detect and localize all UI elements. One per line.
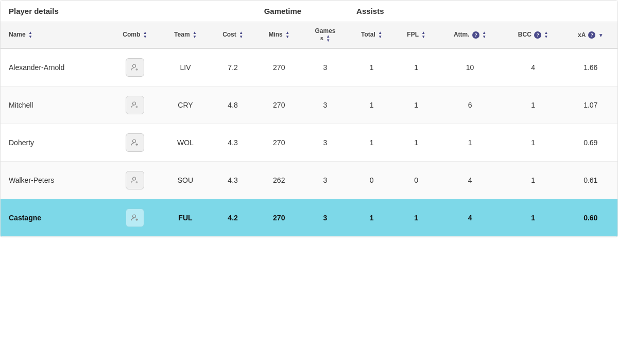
cell-fpl: 1 xyxy=(395,86,437,124)
col-fpl[interactable]: FPL ▲ ▼ xyxy=(395,22,437,49)
cell-bcc: 1 xyxy=(503,86,564,124)
table-row: Castagne FUL4.2270311410.60 xyxy=(1,199,617,237)
mins-sort-icon[interactable]: ▲ ▼ xyxy=(285,31,289,39)
cell-comb xyxy=(109,162,161,199)
svg-point-3 xyxy=(132,102,135,105)
col-mins[interactable]: Mins ▲ ▼ xyxy=(256,22,302,49)
cell-name: Walker-Peters xyxy=(1,162,109,199)
add-player-button[interactable] xyxy=(126,209,144,227)
cell-games: 3 xyxy=(302,124,348,162)
col-games[interactable]: Games s ▲ ▼ xyxy=(302,22,348,49)
add-player-button[interactable] xyxy=(126,58,144,77)
cell-comb xyxy=(109,86,161,124)
cell-total: 0 xyxy=(348,162,395,199)
cell-team: SOU xyxy=(161,162,210,199)
cell-team: LIV xyxy=(161,48,210,86)
cell-attm: 10 xyxy=(437,48,502,86)
bcc-sort-icon[interactable]: ▲ ▼ xyxy=(544,31,548,39)
cell-attm: 4 xyxy=(437,162,502,199)
add-player-button[interactable] xyxy=(126,133,144,152)
cell-attm: 4 xyxy=(437,199,502,237)
name-sort-icon[interactable]: ▲ ▼ xyxy=(28,31,32,39)
group-header-row: Player details Gametime Assists xyxy=(1,1,617,22)
column-headers-row: Name ▲ ▼ Comb ▲ ▼ Team ▲ xyxy=(1,22,617,49)
cell-cost: 4.2 xyxy=(210,199,256,237)
cell-mins: 270 xyxy=(256,124,302,162)
main-table-container: Player details Gametime Assists Name ▲ ▼… xyxy=(0,0,618,237)
cell-name: Doherty xyxy=(1,124,109,162)
bcc-info-icon[interactable]: ? xyxy=(534,31,541,39)
games-sort-icon[interactable]: ▲ ▼ xyxy=(326,34,330,43)
cell-name: Mitchell xyxy=(1,86,109,124)
cell-xa: 1.07 xyxy=(564,86,617,124)
cell-team: WOL xyxy=(161,124,210,162)
cell-mins: 270 xyxy=(256,48,302,86)
cell-bcc: 4 xyxy=(503,48,564,86)
assists-header: Assists xyxy=(348,1,437,22)
attm-info-icon[interactable]: ? xyxy=(472,31,479,39)
cell-games: 3 xyxy=(302,162,348,199)
team-sort-icon[interactable]: ▲ ▼ xyxy=(193,31,197,39)
xa-info-icon[interactable]: ? xyxy=(588,31,595,39)
col-total[interactable]: Total ▲ ▼ xyxy=(348,22,395,49)
cell-cost: 4.3 xyxy=(210,124,256,162)
cell-xa: 1.66 xyxy=(564,48,617,86)
cell-xa: 0.60 xyxy=(564,199,617,237)
cell-xa: 0.69 xyxy=(564,124,617,162)
col-name[interactable]: Name ▲ ▼ xyxy=(1,22,109,49)
cell-total: 1 xyxy=(348,124,395,162)
svg-point-12 xyxy=(132,215,135,218)
player-details-header: Player details xyxy=(1,1,256,22)
cell-mins: 270 xyxy=(256,86,302,124)
cell-cost: 4.8 xyxy=(210,86,256,124)
col-bcc[interactable]: BCC ? ▲ ▼ xyxy=(503,22,564,49)
cell-bcc: 1 xyxy=(503,124,564,162)
cell-bcc: 1 xyxy=(503,162,564,199)
col-team[interactable]: Team ▲ ▼ xyxy=(161,22,210,49)
cell-comb xyxy=(109,48,161,86)
cell-games: 3 xyxy=(302,199,348,237)
cell-mins: 262 xyxy=(256,162,302,199)
cell-xa: 0.61 xyxy=(564,162,617,199)
cell-cost: 4.3 xyxy=(210,162,256,199)
cell-comb xyxy=(109,124,161,162)
cell-total: 1 xyxy=(348,86,395,124)
table-row: Walker-Peters SOU4.3262300410.61 xyxy=(1,162,617,199)
svg-point-6 xyxy=(132,140,135,143)
col-cost[interactable]: Cost ▲ ▼ xyxy=(210,22,256,49)
extra-header xyxy=(437,1,617,22)
col-xa[interactable]: xA ? ▼ xyxy=(564,22,617,49)
xa-sort-active-icon[interactable]: ▼ xyxy=(598,32,604,38)
table-row: Alexander-Arnold LIV7.22703111041.66 xyxy=(1,48,617,86)
col-comb[interactable]: Comb ▲ ▼ xyxy=(109,22,161,49)
cell-mins: 270 xyxy=(256,199,302,237)
cell-name: Castagne xyxy=(1,199,109,237)
cell-fpl: 1 xyxy=(395,199,437,237)
cell-fpl: 0 xyxy=(395,162,437,199)
cell-attm: 1 xyxy=(437,124,502,162)
add-player-button[interactable] xyxy=(126,96,144,114)
cell-fpl: 1 xyxy=(395,48,437,86)
col-attm[interactable]: Attm. ? ▲ ▼ xyxy=(437,22,502,49)
cell-total: 1 xyxy=(348,199,395,237)
svg-point-0 xyxy=(132,64,135,67)
cost-sort-icon[interactable]: ▲ ▼ xyxy=(239,31,243,39)
add-player-button[interactable] xyxy=(126,171,144,189)
cell-comb xyxy=(109,199,161,237)
fpl-sort-icon[interactable]: ▲ ▼ xyxy=(421,31,425,39)
cell-team: FUL xyxy=(161,199,210,237)
table-row: Doherty WOL4.3270311110.69 xyxy=(1,124,617,162)
cell-team: CRY xyxy=(161,86,210,124)
attm-sort-icon[interactable]: ▲ ▼ xyxy=(482,31,486,39)
gametime-header: Gametime xyxy=(256,1,348,22)
cell-cost: 7.2 xyxy=(210,48,256,86)
svg-point-9 xyxy=(132,177,135,180)
cell-games: 3 xyxy=(302,48,348,86)
cell-attm: 6 xyxy=(437,86,502,124)
total-sort-icon[interactable]: ▲ ▼ xyxy=(378,31,382,39)
table-row: Mitchell CRY4.8270311611.07 xyxy=(1,86,617,124)
cell-total: 1 xyxy=(348,48,395,86)
cell-name: Alexander-Arnold xyxy=(1,48,109,86)
cell-games: 3 xyxy=(302,86,348,124)
comb-sort-icon[interactable]: ▲ ▼ xyxy=(143,31,147,39)
